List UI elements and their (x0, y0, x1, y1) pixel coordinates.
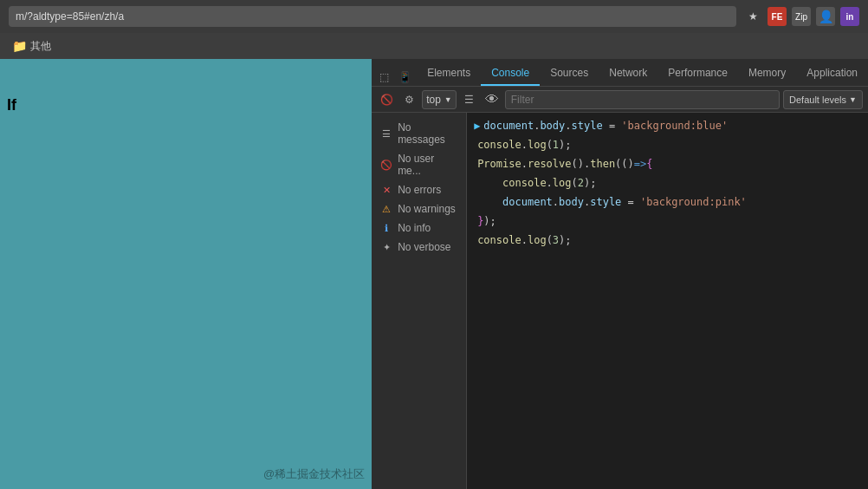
console-line-3: Promise.resolve().then(()=>{ (467, 154, 868, 173)
url-text: m/?aldtype=85#en/zh/a (16, 10, 124, 23)
console-line-6: }); (467, 212, 868, 231)
context-value: top (426, 94, 441, 106)
default-levels-arrow-icon: ▼ (849, 95, 857, 104)
code-snippet-2: console.log(1); (477, 137, 861, 153)
ext-icon-4[interactable]: in (840, 7, 859, 26)
settings-button[interactable]: ⚙ (399, 90, 418, 109)
console-line-1: ▶ document.body.style = 'background:blue… (467, 116, 868, 135)
default-levels-button[interactable]: Default levels ▼ (783, 90, 863, 109)
code-snippet-6: }); (477, 213, 861, 229)
devtools-tab-icons: ⬚ 📱 (372, 68, 417, 86)
info-icon: ℹ (380, 222, 392, 234)
clear-console-button[interactable]: 🚫 (377, 90, 396, 109)
sidebar-item-verbose[interactable]: ✦ No verbose (372, 238, 466, 257)
inspect-icon[interactable]: ⬚ (375, 68, 392, 86)
sidebar-item-info[interactable]: ℹ No info (372, 218, 466, 238)
bookmark-star-icon[interactable]: ★ (743, 7, 762, 26)
watermark: @稀土掘金技术社区 (263, 466, 365, 482)
code-snippet-7: console.log(3); (477, 232, 861, 248)
sidebar-item-warnings[interactable]: ⚠ No warnings (372, 199, 466, 218)
console-line-5: document.body.style = 'background:pink' (467, 192, 868, 212)
filter-input[interactable] (505, 90, 780, 109)
tab-performance[interactable]: Performance (657, 62, 738, 86)
devtools-toolbar: 🚫 ⚙ top ▼ ☰ 👁 Default levels ▼ (372, 87, 868, 113)
browser-bar: m/?aldtype=85#en/zh/a ★ FE Zip 👤 in (0, 0, 868, 33)
ext-icon-3[interactable]: 👤 (816, 7, 835, 26)
page-area: If @稀土掘金技术社区 ⬚ 📱 Elements Console Source… (0, 59, 868, 489)
error-icon: ✕ (380, 184, 392, 196)
tab-elements[interactable]: Elements (417, 62, 481, 86)
ext-icon-2[interactable]: Zip (792, 7, 811, 26)
folder-icon: 📁 (12, 39, 27, 53)
code-snippet-3: Promise.resolve().then(()=>{ (477, 156, 861, 172)
code-snippet-1: document.body.style = 'background:blue' (483, 118, 861, 134)
devtools-panel: ⬚ 📱 Elements Console Sources Network Per… (372, 59, 868, 489)
eye-icon[interactable]: 👁 (483, 90, 502, 109)
devtools-body: ☰ No messages 🚫 No user me... ✕ No error… (372, 113, 868, 489)
page-content: If @稀土掘金技术社区 (0, 59, 372, 489)
console-line-4: console.log(2); (467, 173, 868, 192)
browser-icons: ★ FE Zip 👤 in (743, 7, 859, 26)
ext-icon-1[interactable]: FE (768, 7, 787, 26)
tab-network[interactable]: Network (599, 62, 657, 86)
sidebar-info-label: No info (398, 222, 431, 234)
devtools-tabs: ⬚ 📱 Elements Console Sources Network Per… (372, 59, 868, 87)
bookmark-folder[interactable]: 📁 其他 (7, 37, 56, 55)
verbose-icon: ✦ (380, 241, 392, 253)
sidebar-user-label: No user me... (398, 153, 457, 177)
context-selector[interactable]: top ▼ (422, 90, 457, 109)
warning-icon: ⚠ (380, 203, 392, 215)
code-snippet-5: document.body.style = 'background:pink' (477, 194, 861, 210)
sidebar-item-errors[interactable]: ✕ No errors (372, 180, 466, 199)
console-sidebar: ☰ No messages 🚫 No user me... ✕ No error… (372, 113, 467, 489)
page-text: If (0, 93, 23, 118)
user-icon: 🚫 (380, 159, 392, 171)
prompt-arrow: ▶ (474, 118, 480, 134)
console-line-7: console.log(3); (467, 231, 868, 250)
console-output[interactable]: ▶ document.body.style = 'background:blue… (467, 113, 868, 489)
tab-sources[interactable]: Sources (540, 62, 599, 86)
sidebar-errors-label: No errors (398, 184, 441, 196)
context-dropdown-icon: ▼ (444, 95, 452, 104)
toggle-sidebar-button[interactable]: ☰ (460, 90, 479, 109)
sidebar-item-user[interactable]: 🚫 No user me... (372, 149, 466, 180)
sidebar-warnings-label: No warnings (398, 203, 456, 215)
default-levels-label: Default levels (789, 95, 846, 105)
bookmark-label: 其他 (30, 39, 51, 54)
sidebar-item-messages[interactable]: ☰ No messages (372, 118, 466, 149)
tab-application[interactable]: Application (796, 62, 868, 86)
device-icon[interactable]: 📱 (396, 68, 413, 86)
code-snippet-4: console.log(2); (477, 175, 861, 191)
bookmarks-bar: 📁 其他 (0, 33, 868, 59)
console-line-2: console.log(1); (467, 135, 868, 154)
sidebar-messages-label: No messages (398, 121, 457, 146)
sidebar-verbose-label: No verbose (398, 241, 450, 253)
tab-memory[interactable]: Memory (738, 62, 796, 86)
url-bar[interactable]: m/?aldtype=85#en/zh/a (9, 6, 736, 27)
messages-icon: ☰ (380, 127, 392, 140)
tab-console[interactable]: Console (481, 62, 540, 86)
